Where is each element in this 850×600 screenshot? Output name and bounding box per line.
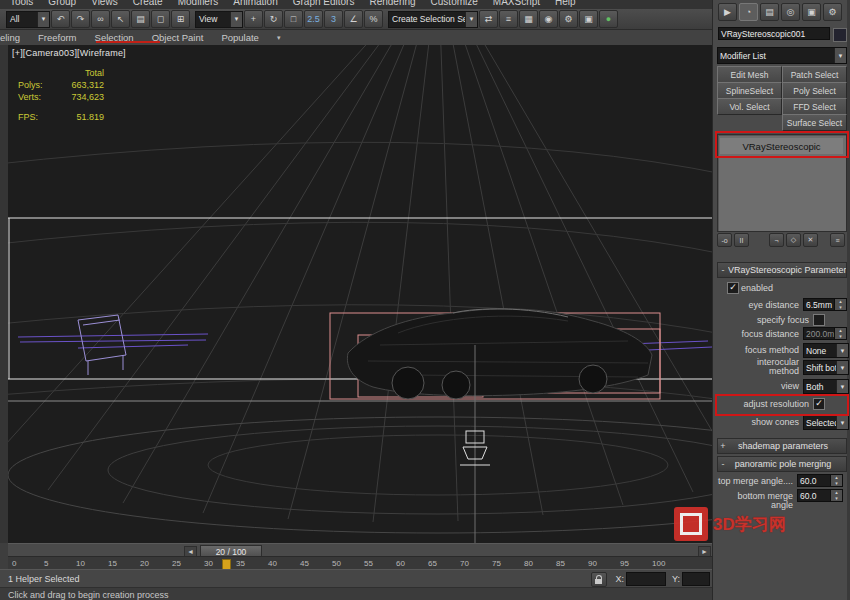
render-setup-icon[interactable]: ⚙ [559,10,578,28]
button-surface-select[interactable]: Surface Select [782,114,847,131]
bottom-merge-angle-field[interactable]: 60.0 ▴▾ [797,489,843,502]
show-cones-dropdown[interactable]: Selected ▼ [803,415,849,430]
tick-label: 100 [652,559,665,568]
undo-icon[interactable]: ↶ [51,10,70,28]
menu-customize[interactable]: Customize [431,0,478,5]
rollout-params-header[interactable]: - VRayStereoscopic Parameters [717,262,847,278]
button-ffd-select[interactable]: FFD Select [782,98,847,115]
chevron-down-icon: ▼ [836,361,848,374]
button-edit-mesh[interactable]: Edit Mesh [717,66,782,83]
tick-label: 55 [364,559,373,568]
menu-graph-editors[interactable]: Graph Editors [293,0,355,5]
rollout-shademap-header[interactable]: + shademap parameters [717,438,847,454]
button-poly-select[interactable]: Poly Select [782,82,847,99]
rendered-frame-icon[interactable]: ▣ [579,10,598,28]
ribbon-tab-modeling[interactable]: Modeling [0,32,20,44]
y-coordinate-field[interactable] [682,572,710,586]
display-tab-icon[interactable]: ▣ [802,3,821,21]
modifier-stack-item[interactable]: VRayStereoscopic [720,138,843,154]
object-name-field[interactable]: VRayStereoscopic001 [718,27,830,40]
mirror-icon[interactable]: ⇄ [479,10,498,28]
scale-icon[interactable]: □ [284,10,303,28]
configure-modifier-sets-icon[interactable]: ≡ [830,233,845,247]
menu-maxscript[interactable]: MAXScript [493,0,540,5]
menu-animation[interactable]: Animation [233,0,277,5]
specify-focus-checkbox[interactable] [813,314,825,326]
adjust-resolution-checkbox[interactable]: ✓ [813,398,825,410]
x-coordinate-field[interactable] [626,572,666,586]
redo-icon[interactable]: ↷ [71,10,90,28]
remove-modifier-icon[interactable]: ✕ [803,233,818,247]
named-selection-combo[interactable]: Create Selection Se ▼ [388,11,478,28]
material-editor-icon[interactable]: ◉ [539,10,558,28]
show-end-result-icon[interactable]: ¬ [769,233,784,247]
time-slider-track[interactable]: ◄ 20 / 100 ► [8,543,712,557]
tick-label: 40 [268,559,277,568]
lock-stack-icon[interactable]: II [734,233,749,247]
menu-rendering[interactable]: Rendering [369,0,415,5]
rect-region-icon[interactable]: ◻ [151,10,170,28]
menu-views[interactable]: Views [91,0,118,5]
viewport[interactable]: [+][Camera003][Wireframe] Total Polys:66… [8,45,712,543]
ribbon-tab-populate[interactable]: Populate [221,32,259,43]
y-coordinate-label: Y: [672,574,680,584]
rollout-panoramic-header[interactable]: - panoramic pole merging [717,456,847,472]
eye-distance-spinner[interactable]: ▴▾ [835,298,847,311]
align-icon[interactable]: ≡ [499,10,518,28]
create-tab-icon[interactable]: ▶ [718,3,737,21]
menu-modifiers[interactable]: Modifiers [178,0,219,5]
interocular-method-dropdown[interactable]: Shift both ▼ [803,360,849,375]
rotate-icon[interactable]: ↻ [264,10,283,28]
hierarchy-tab-icon[interactable]: ▤ [760,3,779,21]
view-dropdown[interactable]: Both ▼ [803,379,849,394]
modifier-stack[interactable]: VRayStereoscopic [717,134,847,232]
top-merge-angle-field[interactable]: 60.0 ▴▾ [797,474,843,487]
eye-distance-field[interactable]: 6.5mm ▴▾ [803,298,847,311]
move-icon[interactable]: + [244,10,263,28]
menu-help[interactable]: Help [555,0,576,5]
ribbon-expand-icon[interactable]: ▾ [277,34,281,42]
snap-25-icon[interactable]: 2.5 [304,10,323,28]
select-by-name-icon[interactable]: ▤ [131,10,150,28]
render-icon[interactable]: ● [599,10,618,28]
make-unique-icon[interactable]: ◇ [786,233,801,247]
layer-manager-icon[interactable]: ▦ [519,10,538,28]
motion-tab-icon[interactable]: ◎ [781,3,800,21]
focus-distance-spinner[interactable]: ▴▾ [835,327,847,340]
button-vol-select[interactable]: Vol. Select [717,98,782,115]
focus-method-dropdown[interactable]: None ▼ [803,343,849,358]
menu-tools[interactable]: Tools [10,0,33,5]
modify-tab-icon[interactable]: ◔ [739,3,758,21]
menu-create[interactable]: Create [133,0,163,5]
object-color-swatch[interactable] [833,28,847,42]
snap-3-icon[interactable]: 3 [324,10,343,28]
crossing-toggle-icon[interactable]: ⊞ [171,10,190,28]
focus-distance-field[interactable]: 200.0mm ▴▾ [803,327,847,340]
track-bar[interactable]: 0 5 10 15 20 25 30 35 40 45 50 55 60 65 … [8,556,712,570]
selection-lock-icon[interactable] [591,572,607,587]
top-merge-angle-spinner[interactable]: ▴▾ [831,474,843,487]
select-object-icon[interactable]: ↖ [111,10,130,28]
percent-snap-icon[interactable]: % [364,10,383,28]
watermark: 3D学习网 [674,500,784,548]
tick-label: 25 [172,559,181,568]
button-spline-select[interactable]: SplineSelect [717,82,782,99]
eye-distance-label: eye distance [717,301,799,310]
chevron-down-icon: ▼ [230,12,242,27]
view-reference-combo[interactable]: View ▼ [195,11,243,28]
selection-filter-combo[interactable]: All ▼ [6,11,50,28]
select-link-icon[interactable]: ∞ [91,10,110,28]
viewport-label[interactable]: [+][Camera003][Wireframe] [12,48,126,58]
menu-group[interactable]: Group [48,0,76,5]
pin-stack-icon[interactable]: -o [717,233,732,247]
modifier-list-dropdown[interactable]: Modifier List ▼ [717,47,847,64]
stats-fps-value: 51.819 [76,111,104,123]
enabled-checkbox[interactable]: ✓ [727,282,739,294]
button-patch-select[interactable]: Patch Select [782,66,847,83]
angle-snap-icon[interactable]: ∠ [344,10,363,28]
ribbon-tab-freeform[interactable]: Freeform [38,32,77,43]
chevron-down-icon: ▼ [836,344,848,357]
bottom-merge-angle-spinner[interactable]: ▴▾ [831,489,843,502]
utilities-tab-icon[interactable]: ⚙ [823,3,842,21]
tick-label: 15 [108,559,117,568]
